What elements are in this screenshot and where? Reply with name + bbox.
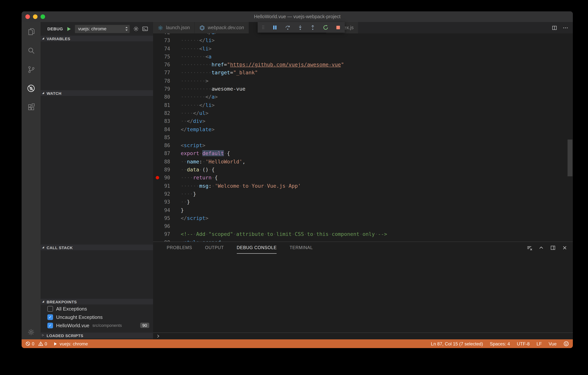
line-number[interactable]: 82 bbox=[153, 109, 170, 117]
breakpoint-item[interactable]: ✓Uncaught Exceptions bbox=[41, 313, 153, 321]
source-control-icon[interactable] bbox=[21, 60, 41, 79]
panel-tab-output[interactable]: OUTPUT bbox=[205, 242, 224, 254]
code-text[interactable]: ········</a> bbox=[170, 33, 218, 37]
settings-gear-icon[interactable] bbox=[21, 328, 41, 336]
variables-section-header[interactable]: ◢ VARIABLES bbox=[41, 36, 153, 41]
launch-configuration-dropdown[interactable]: vuejs: chrome bbox=[75, 24, 130, 33]
line-number[interactable]: 72 bbox=[153, 33, 170, 37]
code-text[interactable]: ··········href="https://github.com/vuejs… bbox=[170, 61, 344, 69]
line-number[interactable]: 75 bbox=[153, 53, 170, 61]
step-into-icon[interactable] bbox=[297, 24, 303, 30]
line-number[interactable]: 97 bbox=[153, 230, 170, 239]
start-debugging-button[interactable] bbox=[66, 26, 72, 32]
code-text[interactable]: ··········target="_blank" bbox=[170, 69, 258, 77]
tab-launch-json[interactable]: launch.json bbox=[153, 22, 195, 33]
code-text[interactable]: export·default·{ bbox=[170, 150, 230, 158]
code-text[interactable]: ······</li> bbox=[170, 37, 215, 45]
tab-webpack-dev-con[interactable]: webpack.dev.con bbox=[195, 22, 249, 33]
step-out-icon[interactable] bbox=[310, 24, 316, 30]
encoding[interactable]: UTF-8 bbox=[517, 341, 530, 346]
configure-gear-icon[interactable] bbox=[133, 26, 139, 32]
panel-tab-debug-console[interactable]: DEBUG CONSOLE bbox=[237, 242, 277, 254]
restart-icon[interactable] bbox=[323, 24, 328, 30]
open-debug-console-icon[interactable] bbox=[142, 26, 148, 32]
code-text[interactable]: ··········awesome-vue bbox=[170, 85, 245, 93]
pause-icon[interactable] bbox=[272, 24, 278, 30]
line-number[interactable]: 74 bbox=[153, 44, 170, 53]
editor-scrollbar[interactable] bbox=[567, 140, 572, 176]
line-number[interactable]: 98 bbox=[153, 238, 170, 242]
code-text[interactable]: <script> bbox=[170, 142, 205, 150]
cursor-position[interactable]: Ln 87, Col 15 (7 selected) bbox=[431, 341, 483, 346]
line-number[interactable]: 88 bbox=[153, 158, 170, 166]
panel-tab-terminal[interactable]: TERMINAL bbox=[290, 242, 313, 254]
debug-target[interactable]: vuejs: chrome bbox=[53, 341, 88, 346]
minimize-window-button[interactable] bbox=[33, 14, 38, 19]
problems-indicator[interactable]: 0 0 bbox=[25, 341, 47, 346]
breakpoints-section-header[interactable]: ◢ BREAKPOINTS bbox=[41, 299, 153, 305]
line-number[interactable]: 91 bbox=[153, 182, 170, 190]
code-text[interactable]: ··</div> bbox=[170, 117, 205, 125]
breakpoint-item[interactable]: All Exceptions bbox=[41, 305, 153, 313]
breakpoint-checkbox[interactable]: ✓ bbox=[47, 314, 53, 320]
clear-console-icon[interactable] bbox=[527, 245, 532, 251]
code-text[interactable]: ····return·{ bbox=[170, 174, 218, 182]
code-text[interactable]: <style·scoped> bbox=[170, 238, 224, 242]
variables-section-body[interactable] bbox=[41, 41, 153, 90]
code-text[interactable]: </script> bbox=[170, 214, 208, 222]
code-text[interactable]: ······<li> bbox=[170, 44, 212, 53]
call-stack-section-header[interactable]: ◢ CALL STACK bbox=[41, 244, 153, 250]
line-number[interactable]: 85 bbox=[153, 133, 170, 142]
line-number[interactable]: 96 bbox=[153, 222, 170, 230]
line-number[interactable]: 73 bbox=[153, 37, 170, 45]
close-panel-icon[interactable] bbox=[562, 245, 567, 251]
debug-icon[interactable] bbox=[21, 79, 41, 98]
feedback-smiley-icon[interactable] bbox=[563, 341, 569, 347]
line-number[interactable]: 76 bbox=[153, 61, 170, 69]
maximize-panel-icon[interactable] bbox=[538, 245, 544, 251]
code-text[interactable]: ··data·()·{ bbox=[170, 166, 215, 174]
line-number[interactable]: 83 bbox=[153, 117, 170, 125]
code-text[interactable] bbox=[170, 133, 181, 142]
zoom-window-button[interactable] bbox=[41, 14, 45, 19]
loaded-scripts-section-header[interactable]: ▷ LOADED SCRIPTS bbox=[41, 332, 153, 338]
line-number[interactable]: 87 bbox=[153, 150, 170, 158]
extensions-icon[interactable] bbox=[21, 98, 41, 117]
line-number[interactable]: 93 bbox=[153, 198, 170, 206]
more-actions-icon[interactable] bbox=[563, 25, 568, 31]
split-panel-icon[interactable] bbox=[550, 245, 556, 251]
line-number[interactable]: 84 bbox=[153, 125, 170, 133]
indent-setting[interactable]: Spaces: 4 bbox=[490, 341, 510, 346]
code-text[interactable]: </template> bbox=[170, 125, 215, 133]
code-text[interactable]: } bbox=[170, 206, 184, 214]
code-text[interactable]: ··} bbox=[170, 198, 190, 206]
line-number[interactable]: 92 bbox=[153, 190, 170, 198]
code-text[interactable]: ········</a> bbox=[170, 93, 218, 101]
search-icon[interactable] bbox=[21, 41, 41, 60]
breakpoint-checkbox[interactable]: ✓ bbox=[47, 322, 53, 328]
line-number[interactable]: 95 bbox=[153, 214, 170, 222]
line-number[interactable]: 86 bbox=[153, 142, 170, 150]
language-mode[interactable]: Vue bbox=[549, 341, 556, 346]
debug-console-output[interactable] bbox=[153, 254, 573, 333]
code-text[interactable]: ····</ul> bbox=[170, 109, 208, 117]
drag-handle-icon[interactable] bbox=[262, 22, 265, 32]
line-number[interactable]: 89 bbox=[153, 166, 170, 174]
line-number[interactable]: 80 bbox=[153, 93, 170, 101]
panel-tab-problems[interactable]: PROBLEMS bbox=[167, 242, 192, 254]
code-editor[interactable]: 72········</a>73······</li>74······<li>7… bbox=[153, 33, 573, 242]
code-text[interactable]: ····} bbox=[170, 190, 196, 198]
code-text[interactable]: <!--·Add·"scoped"·attribute·to·limit·CSS… bbox=[170, 230, 387, 239]
line-number[interactable]: 90 bbox=[153, 174, 170, 182]
stop-icon[interactable] bbox=[335, 24, 341, 30]
close-window-button[interactable] bbox=[25, 14, 30, 19]
eol-indicator[interactable]: LF bbox=[536, 341, 542, 346]
line-number[interactable]: 94 bbox=[153, 206, 170, 214]
code-text[interactable]: ······msg:·'Welcome·to·Your·Vue.js·App' bbox=[170, 182, 301, 190]
split-editor-icon[interactable] bbox=[552, 25, 557, 31]
breakpoint-item[interactable]: ✓HelloWorld.vuesrc/components90 bbox=[41, 321, 153, 330]
code-text[interactable]: ······</li> bbox=[170, 101, 215, 109]
debug-console-input[interactable] bbox=[153, 332, 573, 339]
line-number[interactable]: 81 bbox=[153, 101, 170, 109]
call-stack-section-body[interactable] bbox=[41, 250, 153, 299]
